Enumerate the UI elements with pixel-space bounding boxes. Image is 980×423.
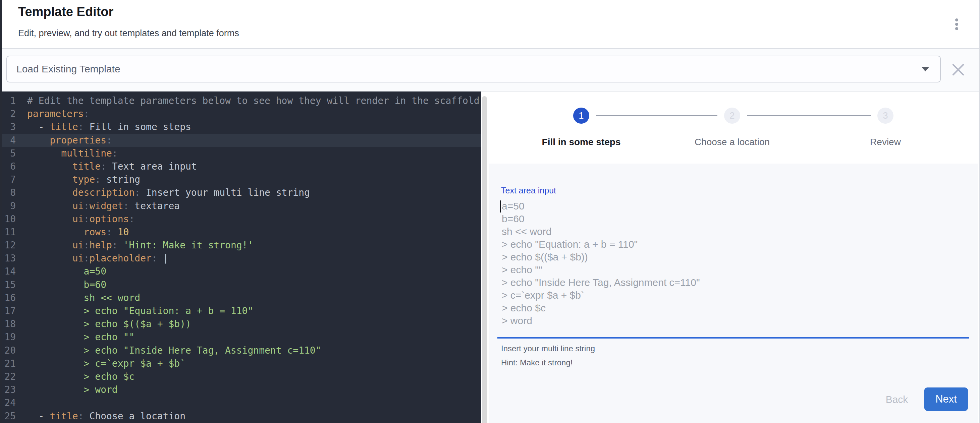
- code-text: > word: [27, 383, 118, 396]
- line-number: 20: [2, 344, 16, 357]
- code-line-6[interactable]: 6 title: Text area input: [2, 160, 481, 173]
- textarea-field-label: Text area input: [501, 186, 556, 195]
- line-number: 2: [2, 107, 16, 120]
- line-number: 25: [2, 410, 16, 423]
- code-line-1[interactable]: 1# Edit the template parameters below to…: [2, 94, 481, 107]
- yaml-editor[interactable]: 1# Edit the template parameters below to…: [2, 92, 481, 423]
- page-title: Template Editor: [18, 5, 113, 19]
- code-line-25[interactable]: 25 - title: Choose a location: [2, 410, 481, 423]
- textarea-focus-underline: [497, 337, 969, 339]
- line-number: 1: [2, 94, 16, 107]
- page-subtitle: Edit, preview, and try out templates and…: [18, 28, 239, 38]
- textarea-placeholder-line: > echo "Equation: a + b = 110": [500, 238, 969, 251]
- textarea-placeholder-line: b=60: [500, 212, 969, 225]
- code-line-16[interactable]: 16 sh << word: [2, 291, 481, 304]
- code-line-24[interactable]: 24: [2, 396, 481, 409]
- load-template-placeholder: Load Existing Template: [16, 63, 120, 75]
- code-line-19[interactable]: 19 > echo "": [2, 331, 481, 344]
- code-line-3[interactable]: 3 - title: Fill in some steps: [2, 120, 481, 133]
- step-circle-3: 3: [877, 108, 894, 124]
- code-line-9[interactable]: 9 ui:widget: textarea: [2, 200, 481, 212]
- code-text: parameters:: [27, 107, 89, 120]
- textarea-placeholder-line: > echo "": [500, 263, 969, 276]
- code-line-21[interactable]: 21 > c=`expr $a + $b`: [2, 357, 481, 370]
- code-text: b=60: [27, 278, 106, 291]
- line-number: 12: [2, 239, 16, 252]
- line-number: 13: [2, 252, 16, 265]
- step-label-2: Choose a location: [695, 137, 770, 147]
- step-connector: [747, 115, 871, 116]
- textarea-placeholder-line: > c=`expr $a + $b`: [500, 289, 969, 302]
- code-text: title: Text area input: [27, 160, 197, 173]
- code-text: > echo "Equation: a + b = 110": [27, 304, 253, 317]
- code-line-15[interactable]: 15 b=60: [2, 278, 481, 291]
- line-number: 23: [2, 383, 16, 396]
- code-line-13[interactable]: 13 ui:placeholder: |: [2, 252, 481, 265]
- step-label-3: Review: [870, 137, 901, 147]
- load-template-select[interactable]: Load Existing Template: [6, 55, 941, 82]
- code-line-4[interactable]: 4 properties:: [2, 134, 481, 147]
- code-text: > echo "Inside Here Tag, Assignment c=11…: [27, 344, 321, 357]
- code-line-7[interactable]: 7 type: string: [2, 173, 481, 186]
- code-line-11[interactable]: 11 rows: 10: [2, 226, 481, 239]
- code-text: type: string: [27, 173, 140, 186]
- chevron-down-icon[interactable]: [921, 67, 929, 71]
- line-number: 10: [2, 212, 16, 226]
- line-number: 17: [2, 304, 16, 317]
- step-circle-1: 1: [573, 108, 589, 124]
- step-connector: [596, 115, 718, 116]
- textarea-placeholder-line: > echo "Inside Here Tag, Assignment c=11…: [500, 276, 969, 289]
- back-button[interactable]: Back: [878, 390, 916, 410]
- code-text: - title: Choose a location: [27, 410, 186, 423]
- line-number: 5: [2, 147, 16, 160]
- code-line-22[interactable]: 22 > echo $c: [2, 370, 481, 383]
- kebab-dot: [955, 23, 958, 26]
- text-cursor: [500, 200, 501, 212]
- step-label-1: Fill in some steps: [542, 137, 621, 147]
- textarea-placeholder-line: > echo $(($a + $b)): [500, 251, 969, 263]
- editor-scrollbar-thumb[interactable]: [482, 96, 487, 423]
- load-template-row: Load Existing Template: [0, 49, 979, 91]
- line-number: 11: [2, 226, 16, 239]
- line-number: 3: [2, 120, 16, 133]
- line-number: 18: [2, 317, 16, 331]
- left-edge-strip: [0, 0, 2, 423]
- code-line-20[interactable]: 20 > echo "Inside Here Tag, Assignment c…: [2, 344, 481, 357]
- code-line-17[interactable]: 17 > echo "Equation: a + b = 110": [2, 304, 481, 317]
- line-number: 24: [2, 396, 16, 409]
- code-text: > echo $c: [27, 370, 135, 383]
- code-line-14[interactable]: 14 a=50: [2, 265, 481, 278]
- template-editor-page: Template Editor Edit, preview, and try o…: [0, 0, 980, 423]
- code-text: ui:options:: [27, 212, 135, 226]
- next-button[interactable]: Next: [924, 388, 968, 411]
- line-number: 14: [2, 265, 16, 278]
- line-number: 9: [2, 200, 16, 212]
- line-number: 19: [2, 331, 16, 344]
- field-description: Insert your multi line string: [501, 344, 595, 353]
- code-line-12[interactable]: 12 ui:help: 'Hint: Make it strong!': [2, 239, 481, 252]
- code-line-8[interactable]: 8 description: Insert your multi line st…: [2, 186, 481, 199]
- code-text: > c=`expr $a + $b`: [27, 357, 186, 370]
- step-circle-2: 2: [724, 108, 740, 124]
- kebab-dot: [955, 27, 958, 30]
- code-line-18[interactable]: 18 > echo $(($a + $b)): [2, 317, 481, 331]
- code-line-10[interactable]: 10 ui:options:: [2, 212, 481, 226]
- code-line-2[interactable]: 2parameters:: [2, 107, 481, 120]
- code-text: description: Insert your multi line stri…: [27, 186, 310, 199]
- line-number: 21: [2, 357, 16, 370]
- textarea-placeholder-line: a=50: [500, 200, 969, 212]
- line-number: 22: [2, 370, 16, 383]
- textarea-placeholder-line: sh << word: [500, 225, 969, 238]
- kebab-dot: [955, 19, 958, 21]
- more-options-icon[interactable]: [950, 15, 963, 33]
- code-text: a=50: [27, 265, 106, 278]
- code-text: sh << word: [27, 291, 140, 304]
- multiline-textarea[interactable]: a=50b=60sh << word> echo "Equation: a + …: [500, 200, 969, 330]
- code-line-23[interactable]: 23 > word: [2, 383, 481, 396]
- code-line-5[interactable]: 5 multiline:: [2, 147, 481, 160]
- code-text: ui:help: 'Hint: Make it strong!': [27, 239, 253, 252]
- line-number: 8: [2, 186, 16, 199]
- field-help-text: Hint: Make it strong!: [501, 358, 573, 368]
- line-number: 16: [2, 291, 16, 304]
- close-icon[interactable]: [951, 63, 965, 77]
